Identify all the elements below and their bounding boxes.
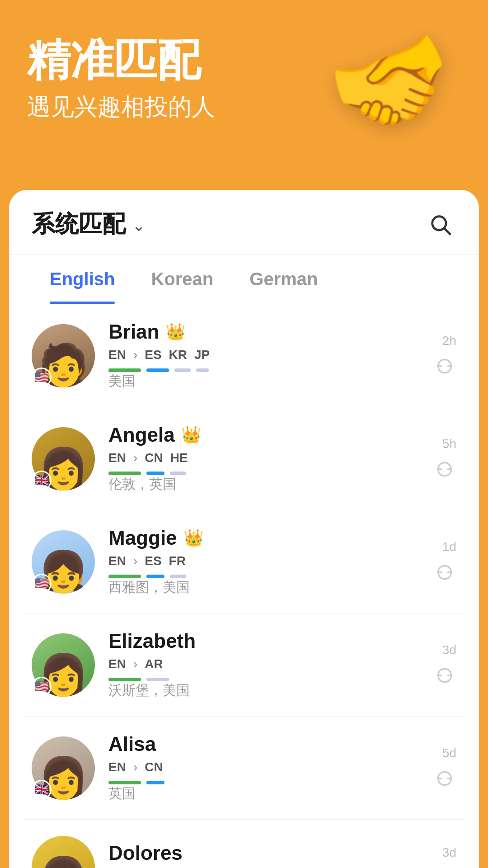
sync-icon xyxy=(433,664,456,687)
lang-arrow: › xyxy=(133,657,137,671)
flag-badge: 🇺🇸 xyxy=(32,677,52,697)
user-name-row: Angela 👑 xyxy=(108,424,419,446)
time-ago: 1d xyxy=(442,540,456,554)
search-bar: 系统匹配 ⌄ xyxy=(9,190,479,255)
tab-korean[interactable]: Korean xyxy=(133,255,231,304)
user-name: Brian xyxy=(108,321,159,343)
crown-icon: 👑 xyxy=(165,322,186,341)
avatar-wrapper: 👩 🇺🇸 xyxy=(32,633,95,697)
crown-icon: 👑 xyxy=(183,528,204,547)
lang-arrow: › xyxy=(133,348,137,362)
user-name: Maggie xyxy=(108,527,177,549)
list-item[interactable]: 👩 🇬🇧 Alisa EN › CN 英国 xyxy=(23,717,465,820)
user-name: Dolores xyxy=(108,842,183,864)
lang-to: AR xyxy=(145,657,163,671)
sync-icon xyxy=(433,354,456,378)
hero-image: 🤝 xyxy=(298,0,488,172)
main-card: 系统匹配 ⌄ English Korean German 🧑 🇺🇸 xyxy=(9,190,479,868)
lang-arrow: › xyxy=(133,760,137,774)
lang-to: HE xyxy=(170,451,188,465)
list-item[interactable]: 👩 🇬🇧 Angela 👑 EN › CN HE xyxy=(23,407,465,510)
tab-bar: English Korean German xyxy=(9,255,479,304)
lang-bars xyxy=(108,575,419,578)
lang-tags: EN › AR xyxy=(108,657,419,671)
lang-to: CN xyxy=(145,451,163,465)
time-ago: 3d xyxy=(442,845,456,860)
user-info: Maggie 👑 EN › ES FR 西雅图，美国 xyxy=(108,527,419,597)
lang-from: EN xyxy=(108,554,126,568)
user-name: Alisa xyxy=(108,733,156,755)
lang-bar-he xyxy=(170,472,186,475)
lang-to: ES xyxy=(145,348,161,362)
lang-to: KR xyxy=(169,348,187,362)
lang-tags: EN › CN xyxy=(108,760,419,774)
lang-bars xyxy=(108,781,419,784)
lang-from: EN xyxy=(108,760,126,774)
user-meta: 1d xyxy=(433,540,456,584)
lang-bar-en xyxy=(108,472,141,475)
crown-icon: 👑 xyxy=(181,425,202,444)
lang-bar-en xyxy=(108,678,141,681)
sync-icon xyxy=(433,561,456,584)
lang-bar-cn xyxy=(146,781,164,784)
user-name-row: Maggie 👑 xyxy=(108,527,419,549)
avatar-wrapper: 👩 🇬🇧 xyxy=(32,736,95,800)
user-name-row: Dolores xyxy=(108,842,419,864)
lang-from: EN xyxy=(108,348,126,362)
lang-arrow: › xyxy=(133,554,137,568)
lang-tags: EN › ES FR xyxy=(108,554,419,568)
user-name-row: Brian 👑 xyxy=(108,321,419,343)
lang-from: EN xyxy=(108,451,126,465)
lang-bar-en xyxy=(108,781,141,784)
user-name: Elizabeth xyxy=(108,630,196,652)
user-meta: 5d xyxy=(433,746,456,790)
user-info: Dolores EN › KR xyxy=(108,842,419,868)
lang-bar-es xyxy=(146,368,169,372)
svg-line-1 xyxy=(445,229,450,234)
lang-from: EN xyxy=(108,657,126,671)
list-item[interactable]: 👩 🇺🇸 Elizabeth EN › AR 沃斯堡，美国 xyxy=(23,613,465,717)
user-name-row: Alisa xyxy=(108,733,419,755)
lang-bars xyxy=(108,368,419,372)
lang-to: FR xyxy=(169,554,186,568)
tab-german[interactable]: German xyxy=(231,255,336,304)
avatar: 👩 xyxy=(32,836,95,868)
user-meta: 5h xyxy=(433,437,456,481)
list-item[interactable]: 🧑 🇺🇸 Brian 👑 EN › ES KR JP xyxy=(23,304,465,407)
lang-bar-ar xyxy=(146,678,169,681)
tab-english[interactable]: English xyxy=(32,255,133,304)
lang-bar-es xyxy=(146,575,164,578)
flag-badge: 🇺🇸 xyxy=(32,368,52,387)
avatar-wrapper: 👧 🇺🇸 xyxy=(32,530,95,594)
time-ago: 5d xyxy=(442,746,456,760)
hero-section: 精准匹配 遇见兴趣相投的人 🤝 xyxy=(0,0,488,190)
time-ago: 2h xyxy=(442,334,456,348)
lang-to: JP xyxy=(194,348,210,362)
search-button[interactable] xyxy=(424,208,456,241)
lang-arrow: › xyxy=(133,451,137,465)
search-title-group[interactable]: 系统匹配 ⌄ xyxy=(32,208,145,240)
user-location: 伦敦，英国 xyxy=(108,475,419,494)
lang-bar-jp xyxy=(196,368,209,372)
chevron-down-icon[interactable]: ⌄ xyxy=(132,216,145,235)
list-item[interactable]: 👧 🇺🇸 Maggie 👑 EN › ES FR xyxy=(23,510,465,613)
user-list: 🧑 🇺🇸 Brian 👑 EN › ES KR JP xyxy=(9,304,479,868)
user-location: 沃斯堡，美国 xyxy=(108,681,419,700)
user-location: 英国 xyxy=(108,784,419,803)
flag-badge: 🇬🇧 xyxy=(32,471,52,491)
user-info: Alisa EN › CN 英国 xyxy=(108,733,419,803)
search-title: 系统匹配 xyxy=(32,208,126,240)
list-item[interactable]: 👩 🇺🇸 Dolores EN › KR xyxy=(23,820,465,868)
lang-tags: EN › ES KR JP xyxy=(108,348,419,362)
user-location: 西雅图，美国 xyxy=(108,578,419,597)
avatar-wrapper: 👩 🇺🇸 xyxy=(32,836,95,868)
user-meta: 3d xyxy=(433,845,456,868)
lang-to: ES xyxy=(145,554,161,568)
lang-bar-cn xyxy=(146,472,164,475)
lang-bars xyxy=(108,678,419,681)
handshake-icon: 🤝 xyxy=(315,10,472,162)
lang-to: CN xyxy=(145,760,163,774)
sync-icon xyxy=(433,767,456,790)
user-location: 美国 xyxy=(108,372,419,391)
user-info: Brian 👑 EN › ES KR JP 美国 xyxy=(108,321,419,391)
